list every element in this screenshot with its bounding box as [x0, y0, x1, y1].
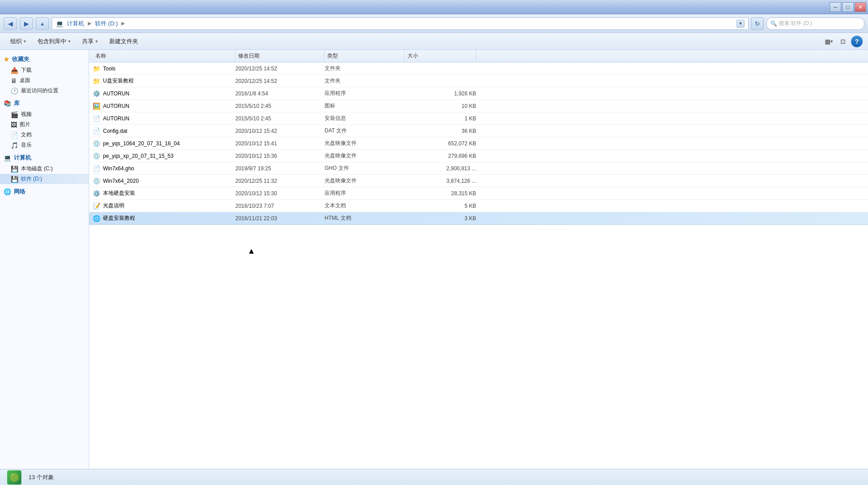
file-type-icon: ⚙️	[93, 90, 100, 97]
file-type: GHO 文件	[325, 164, 349, 172]
file-size: 279,696 KB	[448, 153, 476, 159]
file-size-cell: 10 KB	[405, 103, 476, 109]
views-button[interactable]: ▦ ▾	[823, 35, 835, 48]
table-row[interactable]: 📁 U盘安装教程 2020/12/25 14:52 文件夹	[89, 75, 868, 87]
help-button[interactable]: ?	[851, 36, 863, 47]
col-header-date[interactable]: 修改日期	[235, 50, 325, 62]
file-name: Win7x64_2020	[103, 178, 139, 184]
path-computer[interactable]: 计算机	[65, 19, 86, 29]
file-date-cell: 2020/10/12 15:41	[235, 140, 325, 147]
sidebar-item-recent[interactable]: 🕐 最近访问的位置	[0, 86, 89, 96]
refresh-button[interactable]: ↻	[751, 17, 764, 30]
file-name-cell: ⚙️ 本地硬盘安装	[93, 189, 235, 197]
col-header-name[interactable]: 名称	[93, 50, 235, 62]
file-type: 光盘映像文件	[325, 140, 357, 147]
file-date-cell: 2019/9/7 19:25	[235, 165, 325, 172]
file-name: U盘安装教程	[103, 77, 134, 85]
table-row[interactable]: 📄 AUTORUN 2015/5/10 2:45 安装信息 1 KB	[89, 112, 868, 125]
file-name: Win7x64.gho	[103, 165, 134, 172]
statusbar: 🟢 13 个对象	[0, 469, 868, 485]
sidebar-section-favorites: ★ 收藏夹 📥 下载 🖥 桌面 🕐 最近访问的位置	[0, 53, 89, 96]
desktop-label: 桌面	[20, 77, 30, 84]
archive-label: 包含到库中	[37, 37, 66, 45]
file-date-cell: 2020/12/25 14:52	[235, 66, 325, 72]
file-type-icon: 📁	[93, 78, 100, 85]
file-type: 安装信息	[325, 115, 346, 122]
toolbar-right: ▦ ▾ ⊡ ?	[823, 35, 863, 48]
sidebar-item-desktop[interactable]: 🖥 桌面	[0, 75, 89, 86]
search-box[interactable]: 🔍 搜索 软件 (D:)	[766, 17, 864, 30]
sidebar: ★ 收藏夹 📥 下载 🖥 桌面 🕐 最近访问的位置 📚 库	[0, 50, 89, 469]
sidebar-item-drive-d[interactable]: 💾 软件 (D:)	[0, 174, 89, 184]
file-name-cell: 📁 U盘安装教程	[93, 77, 235, 85]
file-type-icon: 💿	[93, 140, 100, 147]
table-row[interactable]: ⚙️ AUTORUN 2016/1/8 4:54 应用程序 1,926 KB	[89, 87, 868, 100]
file-date: 2020/10/12 15:42	[235, 128, 277, 134]
table-row[interactable]: 🖼️ AUTORUN 2015/5/10 2:45 图标 10 KB	[89, 100, 868, 112]
file-type: 应用程序	[325, 90, 346, 97]
sidebar-section-library: 📚 库 🎬 视频 🖼 图片 📄 文档 🎵 音乐	[0, 98, 89, 150]
newfolder-label: 新建文件夹	[109, 37, 138, 45]
file-type-cell: HTML 文档	[325, 214, 405, 222]
sidebar-item-download[interactable]: 📥 下载	[0, 65, 89, 75]
music-icon: 🎵	[11, 142, 18, 149]
newfolder-button[interactable]: 新建文件夹	[104, 35, 143, 48]
up-button[interactable]: ▲	[36, 17, 49, 30]
back-button[interactable]: ◀	[4, 17, 17, 30]
close-button[interactable]: ✕	[855, 2, 866, 12]
sidebar-item-image[interactable]: 🖼 图片	[0, 119, 89, 130]
file-type-icon: 📄	[93, 127, 100, 135]
file-type-icon: ⚙️	[93, 190, 100, 197]
maximize-button[interactable]: □	[842, 2, 854, 12]
file-size: 28,315 KB	[451, 190, 476, 197]
path-dropdown[interactable]: ▼	[736, 20, 745, 28]
table-row[interactable]: 📄 Win7x64.gho 2019/9/7 19:25 GHO 文件 2,90…	[89, 162, 868, 175]
sidebar-item-video[interactable]: 🎬 视频	[0, 109, 89, 119]
file-size-cell: 3,874,126 ...	[405, 178, 476, 184]
sidebar-item-drive-c[interactable]: 💾 本地磁盘 (C:)	[0, 164, 89, 174]
table-row[interactable]: 📝 光盘说明 2016/10/23 7:07 文本文档 5 KB	[89, 200, 868, 212]
sidebar-section-computer: 💻 计算机 💾 本地磁盘 (C:) 💾 软件 (D:)	[0, 152, 89, 184]
sidebar-header-library[interactable]: 📚 库	[0, 98, 89, 109]
col-header-size[interactable]: 大小	[405, 50, 476, 62]
table-row[interactable]: 📁 Tools 2020/12/25 14:52 文件夹	[89, 62, 868, 75]
file-type-cell: 光盘映像文件	[325, 152, 405, 160]
share-button[interactable]: 共享 ▾	[77, 35, 103, 48]
table-row[interactable]: 💿 Win7x64_2020 2020/12/25 11:32 光盘映像文件 3…	[89, 175, 868, 187]
table-row[interactable]: ⚙️ 本地硬盘安装 2020/10/12 15:30 应用程序 28,315 K…	[89, 187, 868, 200]
minimize-button[interactable]: ─	[830, 2, 841, 12]
file-size-cell: 28,315 KB	[405, 190, 476, 197]
file-size: 3 KB	[465, 215, 476, 222]
status-count: 13 个对象	[29, 473, 54, 481]
file-date-cell: 2020/10/12 15:36	[235, 153, 325, 159]
file-type-cell: DAT 文件	[325, 127, 405, 135]
file-type-icon: 📄	[93, 165, 100, 172]
organize-arrow: ▾	[24, 39, 26, 44]
table-row[interactable]: 📄 Config.dat 2020/10/12 15:42 DAT 文件 36 …	[89, 125, 868, 137]
star-icon: ★	[4, 56, 9, 63]
video-icon: 🎬	[11, 111, 18, 118]
col-header-type[interactable]: 类型	[325, 50, 405, 62]
file-type: 光盘映像文件	[325, 152, 357, 160]
file-date: 2020/10/12 15:41	[235, 140, 277, 147]
sidebar-header-network[interactable]: 🌐 网络	[0, 186, 89, 197]
preview-button[interactable]: ⊡	[837, 35, 849, 48]
table-row[interactable]: 💿 pe_yqs_1064_20_07_31_16_04 2020/10/12 …	[89, 137, 868, 150]
table-row[interactable]: 🌐 硬盘安装教程 2016/11/21 22:03 HTML 文档 3 KB	[89, 212, 868, 225]
sidebar-header-computer[interactable]: 💻 计算机	[0, 152, 89, 164]
file-type-cell: 应用程序	[325, 90, 405, 97]
archive-button[interactable]: 包含到库中 ▾	[33, 35, 75, 48]
table-row[interactable]: 💿 pe_yqs_xp_20_07_31_15_53 2020/10/12 15…	[89, 150, 868, 162]
forward-button[interactable]: ▶	[20, 17, 33, 30]
sidebar-header-favorites[interactable]: ★ 收藏夹	[0, 53, 89, 65]
file-name: 硬盘安装教程	[103, 214, 135, 222]
file-type-cell: GHO 文件	[325, 164, 405, 172]
file-size: 1 KB	[465, 115, 476, 122]
path-sep-2: ▶	[121, 21, 125, 26]
organize-button[interactable]: 组织 ▾	[5, 35, 31, 48]
video-label: 视频	[21, 111, 32, 118]
sidebar-item-doc[interactable]: 📄 文档	[0, 130, 89, 140]
path-drive[interactable]: 软件 (D:)	[93, 19, 119, 29]
sidebar-item-music[interactable]: 🎵 音乐	[0, 140, 89, 150]
network-label: 网络	[14, 188, 25, 196]
